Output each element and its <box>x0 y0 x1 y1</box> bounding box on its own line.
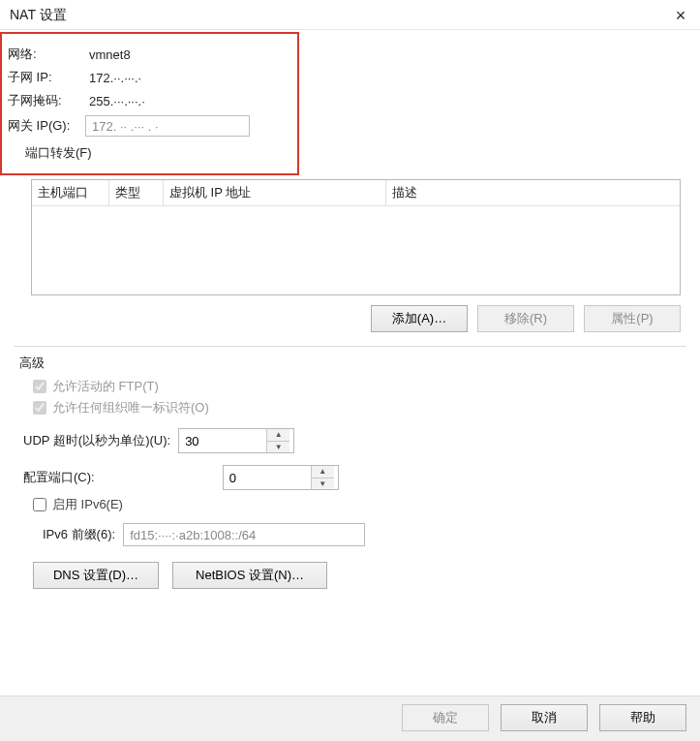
properties-button: 属性(P) <box>584 305 681 332</box>
config-port-label: 配置端口(C): <box>23 469 95 486</box>
title-bar: NAT 设置 × <box>0 0 700 30</box>
allow-oui-row: 允许任何组织唯一标识符(O) <box>33 399 686 417</box>
network-value: vmnet8 <box>85 47 131 62</box>
udp-timeout-input[interactable] <box>179 429 266 452</box>
window-title: NAT 设置 <box>10 7 67 24</box>
up-icon[interactable]: ▲ <box>267 429 289 442</box>
enable-ipv6-row[interactable]: 启用 IPv6(E) <box>33 496 686 513</box>
add-button[interactable]: 添加(A)… <box>371 305 468 332</box>
divider <box>14 346 686 347</box>
enable-ipv6-label: 启用 IPv6(E) <box>52 496 123 513</box>
gateway-label: 网关 IP(G): <box>8 117 85 135</box>
port-forward-table[interactable]: 主机端口 类型 虚拟机 IP 地址 描述 <box>31 179 681 295</box>
subnet-ip-label: 子网 IP: <box>8 69 85 86</box>
col-vm-ip[interactable]: 虚拟机 IP 地址 <box>164 180 386 205</box>
col-desc[interactable]: 描述 <box>386 180 680 205</box>
subnet-mask-value: 255.···.···.· <box>85 94 145 108</box>
remove-button: 移除(R) <box>477 305 574 332</box>
ipv6-prefix-input[interactable] <box>123 523 365 546</box>
allow-ftp-checkbox <box>33 380 46 393</box>
subnet-ip-value: 172.··.···.· <box>85 71 141 85</box>
help-button[interactable]: 帮助 <box>599 704 686 731</box>
allow-oui-label: 允许任何组织唯一标识符(O) <box>52 399 209 417</box>
ok-button: 确定 <box>402 704 489 731</box>
highlight-network-box: 网络: vmnet8 子网 IP: 172.··.···.· 子网掩码: 255… <box>0 32 299 175</box>
allow-ftp-row: 允许活动的 FTP(T) <box>33 378 686 395</box>
udp-timeout-label: UDP 超时(以秒为单位)(U): <box>23 432 170 449</box>
allow-ftp-label: 允许活动的 FTP(T) <box>52 378 159 395</box>
enable-ipv6-checkbox[interactable] <box>33 498 46 511</box>
col-type[interactable]: 类型 <box>109 180 164 205</box>
allow-oui-checkbox <box>33 401 46 415</box>
udp-timeout-spinner[interactable]: ▲ ▼ <box>178 428 294 453</box>
netbios-settings-button[interactable]: NetBIOS 设置(N)… <box>172 562 327 589</box>
ipv6-prefix-label: IPv6 前缀(6): <box>43 526 115 543</box>
subnet-mask-label: 子网掩码: <box>8 92 85 109</box>
up-icon[interactable]: ▲ <box>312 466 334 479</box>
port-forward-heading: 端口转发(F) <box>25 144 289 162</box>
table-header: 主机端口 类型 虚拟机 IP 地址 描述 <box>32 180 680 206</box>
advanced-heading: 高级 <box>19 355 686 372</box>
gateway-input[interactable] <box>85 115 250 137</box>
down-icon[interactable]: ▼ <box>267 442 289 453</box>
close-icon[interactable]: × <box>671 6 690 25</box>
config-port-spinner[interactable]: ▲ ▼ <box>223 465 339 490</box>
network-label: 网络: <box>8 46 85 63</box>
dialog-footer: 确定 取消 帮助 <box>0 695 700 741</box>
down-icon[interactable]: ▼ <box>312 479 334 490</box>
cancel-button[interactable]: 取消 <box>501 704 588 731</box>
config-port-input[interactable] <box>224 466 311 489</box>
col-host-port[interactable]: 主机端口 <box>32 180 109 205</box>
dns-settings-button[interactable]: DNS 设置(D)… <box>33 562 159 589</box>
